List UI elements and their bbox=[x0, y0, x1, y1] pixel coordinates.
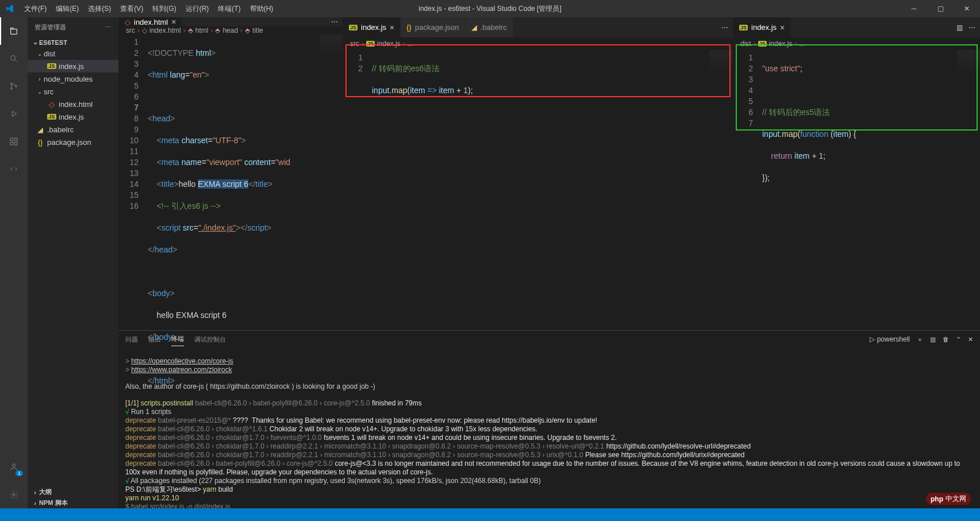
tab-close-icon[interactable]: × bbox=[390, 23, 394, 32]
svg-point-2 bbox=[11, 88, 13, 90]
minimap[interactable] bbox=[320, 35, 343, 58]
code-editor-1[interactable]: 12345678910111213141516 <!DOCTYPE html> … bbox=[119, 35, 343, 408]
tab-label: index.html bbox=[134, 18, 168, 26]
tree-file-src-indexjs[interactable]: JSindex.js bbox=[28, 110, 118, 123]
titlebar: 文件(F) 编辑(E) 选择(S) 查看(V) 转到(G) 运行(R) 终端(T… bbox=[0, 0, 980, 17]
split-editor-icon[interactable]: ▥ bbox=[956, 24, 963, 32]
tree-folder-nodemodules[interactable]: ›node_modules bbox=[28, 72, 118, 85]
panel-close-icon[interactable]: ✕ bbox=[968, 336, 973, 343]
tab-close-icon[interactable]: × bbox=[171, 17, 176, 26]
code-editor-3[interactable]: 1234567 "use strict"; // 转码后的es5语法 input… bbox=[733, 50, 980, 330]
tab-label: .babelrc bbox=[481, 23, 507, 32]
minimize-button[interactable]: ─ bbox=[901, 0, 927, 17]
editor-more-icon[interactable]: ⋯ bbox=[969, 24, 975, 32]
tabs-group-2: JS index.js × {} package.json ◢ .babelrc… bbox=[343, 17, 733, 37]
tree-file-dist-indexjs[interactable]: JSindex.js bbox=[28, 60, 118, 72]
activity-explorer[interactable] bbox=[0, 17, 28, 45]
code-content: // 转码前的es6语法 input.map(item => item + 1)… bbox=[372, 50, 733, 330]
close-button[interactable]: ✕ bbox=[954, 0, 980, 17]
breadcrumbs-1[interactable]: src› ◇index.html› ⬘html› ⬘head› ⬘title bbox=[119, 26, 343, 35]
svg-point-1 bbox=[11, 83, 13, 85]
sidebar-title: 资源管理器 bbox=[34, 23, 66, 32]
minimap[interactable] bbox=[710, 50, 733, 73]
tab-indexhtml[interactable]: ◇ index.html × bbox=[119, 17, 182, 26]
sidebar-explorer: 资源管理器 ⋯ ⌄ ES6TEST ⌄dist JSindex.js ›node… bbox=[28, 17, 118, 508]
minimap[interactable] bbox=[957, 50, 980, 73]
maximize-button[interactable]: ▢ bbox=[927, 0, 954, 17]
sidebar-outline-header[interactable]: ›大纲 bbox=[28, 486, 118, 497]
menu-go[interactable]: 转到(G) bbox=[148, 0, 180, 17]
tree-folder-src[interactable]: ⌄src bbox=[28, 85, 118, 98]
panel-maximize-icon[interactable]: ⌃ bbox=[956, 336, 961, 343]
svg-point-8 bbox=[12, 464, 15, 467]
account-badge: 1 bbox=[16, 470, 23, 476]
tabs-group-1: ◇ index.html × ⋯ bbox=[119, 17, 343, 26]
editor-group-1: ◇ index.html × ⋯ src› ◇index.html› ⬘html… bbox=[118, 17, 343, 330]
breadcrumbs-2[interactable]: src› JSindex.js› ... bbox=[343, 37, 733, 50]
terminal-shell-select[interactable]: ▷ powershell bbox=[870, 335, 910, 343]
code-editor-2[interactable]: 12 // 转码前的es6语法 input.map(item => item +… bbox=[343, 50, 733, 330]
js-file-icon: JS bbox=[739, 25, 748, 30]
tab-label: package.json bbox=[415, 23, 459, 32]
menu-file[interactable]: 文件(F) bbox=[20, 0, 51, 17]
code-content: <!DOCTYPE html> <html lang="en"> <head> … bbox=[148, 35, 343, 408]
editor-more-icon[interactable]: ⋯ bbox=[721, 24, 728, 32]
tab-label: index.js bbox=[751, 23, 777, 32]
svg-rect-7 bbox=[14, 142, 17, 145]
menu-view[interactable]: 查看(V) bbox=[116, 0, 148, 17]
tab-close-icon[interactable]: × bbox=[780, 23, 785, 32]
js-file-icon: JS bbox=[349, 25, 358, 30]
tab-src-indexjs[interactable]: JS index.js × bbox=[343, 17, 401, 37]
line-gutter: 1234567 bbox=[733, 50, 762, 330]
editor-group-2: JS index.js × {} package.json ◢ .babelrc… bbox=[343, 17, 733, 330]
json-file-icon: {} bbox=[406, 23, 412, 32]
tree-file-packagejson[interactable]: {}package.json bbox=[28, 136, 118, 148]
status-bar[interactable] bbox=[0, 508, 980, 521]
svg-rect-6 bbox=[10, 142, 13, 145]
activity-settings[interactable] bbox=[0, 481, 28, 508]
code-content: "use strict"; // 转码后的es5语法 input.map(fun… bbox=[762, 50, 980, 330]
window-controls: ─ ▢ ✕ bbox=[901, 0, 980, 17]
activity-debug[interactable] bbox=[0, 100, 28, 128]
activity-remote[interactable] bbox=[0, 155, 28, 183]
tree-file-indexhtml[interactable]: ◇index.html bbox=[28, 98, 118, 110]
activity-scm[interactable] bbox=[0, 72, 28, 100]
sidebar-more-icon[interactable]: ⋯ bbox=[105, 24, 112, 31]
menu-help[interactable]: 帮助(H) bbox=[245, 0, 278, 17]
activity-account[interactable]: 1 bbox=[0, 453, 28, 481]
sidebar-npm-header[interactable]: ›NPM 脚本 bbox=[28, 497, 118, 508]
watermark: phpphp 中文网中文网 bbox=[926, 493, 971, 505]
svg-point-0 bbox=[11, 56, 16, 60]
project-name: ES6TEST bbox=[39, 39, 67, 46]
line-gutter: 12 bbox=[343, 50, 372, 330]
svg-point-9 bbox=[13, 493, 15, 496]
activity-bar: 1 bbox=[0, 17, 28, 508]
sidebar-project-header[interactable]: ⌄ ES6TEST bbox=[28, 37, 118, 47]
html-file-icon: ◇ bbox=[125, 18, 130, 26]
tree-folder-dist[interactable]: ⌄dist bbox=[28, 47, 118, 60]
tab-packagejson[interactable]: {} package.json bbox=[401, 17, 465, 37]
tab-dist-indexjs[interactable]: JS index.js × bbox=[733, 17, 791, 37]
chevron-down-icon: ⌄ bbox=[31, 39, 39, 46]
breadcrumbs-3[interactable]: dist› JSindex.js› ... bbox=[733, 37, 980, 50]
vscode-logo-icon bbox=[0, 4, 20, 13]
activity-extensions[interactable] bbox=[0, 128, 28, 155]
svg-rect-5 bbox=[14, 138, 17, 141]
terminal-new-icon[interactable]: ＋ bbox=[917, 335, 923, 344]
menu-edit[interactable]: 编辑(E) bbox=[51, 0, 83, 17]
menu-terminal[interactable]: 终端(T) bbox=[213, 0, 245, 17]
menu-selection[interactable]: 选择(S) bbox=[83, 0, 116, 17]
window-title: index.js - es6test - Visual Studio Code … bbox=[418, 4, 562, 14]
activity-search[interactable] bbox=[0, 45, 28, 72]
tab-babelrc[interactable]: ◢ .babelrc bbox=[466, 17, 513, 37]
editor-more-icon[interactable]: ⋯ bbox=[331, 18, 338, 26]
terminal-trash-icon[interactable]: 🗑 bbox=[943, 336, 949, 343]
file-tree: ⌄dist JSindex.js ›node_modules ⌄src ◇ind… bbox=[28, 47, 118, 148]
editor-area: ◇ index.html × ⋯ src› ◇index.html› ⬘html… bbox=[118, 17, 980, 508]
menubar: 文件(F) 编辑(E) 选择(S) 查看(V) 转到(G) 运行(R) 终端(T… bbox=[20, 0, 278, 17]
line-gutter: 12345678910111213141516 bbox=[119, 35, 148, 408]
terminal-split-icon[interactable]: ▥ bbox=[930, 336, 936, 343]
svg-rect-4 bbox=[10, 138, 13, 141]
tree-file-babelrc[interactable]: ◢.babelrc bbox=[28, 123, 118, 136]
menu-run[interactable]: 运行(R) bbox=[181, 0, 214, 17]
